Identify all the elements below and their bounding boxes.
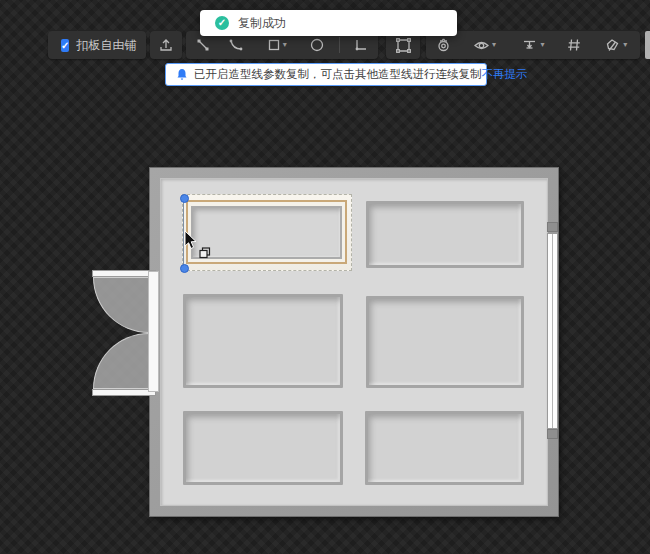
free-tile-checkbox[interactable]: ✓ 扣板自由铺 (48, 31, 146, 59)
ceiling-panel-r2c2[interactable] (366, 296, 524, 388)
tile-mode-group: ✓ 扣板自由铺 (48, 31, 146, 59)
door-swing-upper[interactable] (93, 277, 149, 333)
ceiling-panel-r3c1[interactable] (183, 411, 343, 485)
window-right-wall[interactable] (547, 233, 558, 429)
grid-button[interactable] (559, 31, 589, 59)
toast-copy-success: ✓ 复制成功 (200, 10, 457, 36)
elevation-icon (521, 37, 538, 54)
checkbox-checked-icon[interactable]: ✓ (61, 39, 69, 52)
circle-tool-icon (309, 37, 325, 53)
visibility-button[interactable]: ▾ (463, 31, 507, 59)
ceiling-panel-r1c2[interactable] (366, 201, 524, 268)
molding-copy-notification: 已开启造型线参数复制，可点击其他造型线进行连续复制 不再提示 (165, 63, 487, 86)
upload-group (150, 31, 182, 59)
view-tools-group: ▾ ▾ ▾ (426, 31, 640, 59)
ceiling-panel-r1c1-selected[interactable] (191, 206, 342, 259)
notification-text: 已开启造型线参数复制，可点击其他造型线进行连续复制 (194, 67, 482, 82)
frame-select-icon (395, 37, 412, 54)
corner-tool-icon (353, 37, 369, 53)
toolbar-divider (339, 37, 340, 53)
dont-remind-link[interactable]: 不再提示 (482, 67, 528, 82)
door-swing-lower[interactable] (93, 333, 149, 389)
arc-tool-icon (228, 37, 244, 53)
chevron-down-icon: ▾ (492, 41, 496, 49)
upload-button[interactable] (150, 31, 182, 59)
chevron-down-icon: ▾ (623, 41, 627, 49)
cropped-panel-edge (645, 31, 650, 59)
chevron-down-icon: ▾ (283, 41, 287, 49)
line-tool-icon (195, 37, 211, 53)
window-cap-top (547, 222, 558, 232)
toast-message: 复制成功 (238, 15, 286, 32)
window-mullion (552, 234, 553, 428)
ceiling-panel-r3c2[interactable] (365, 411, 524, 485)
upload-icon (158, 37, 174, 53)
free-tile-label: 扣板自由铺 (76, 37, 149, 54)
window-cap-bottom (547, 429, 558, 439)
rect-tool-icon (267, 38, 281, 52)
elevation-button[interactable]: ▾ (511, 31, 555, 59)
door-opening (148, 271, 159, 392)
grid-icon (566, 37, 582, 53)
check-circle-icon: ✓ (215, 16, 229, 30)
copy-cursor-badge-icon (199, 245, 211, 263)
bell-icon (176, 68, 188, 81)
door-jamb-top (92, 270, 156, 277)
mouse-cursor-icon (184, 231, 200, 255)
chevron-down-icon: ▾ (540, 41, 544, 49)
vertex-handle-bottom[interactable] (180, 264, 189, 273)
vertex-handle-top[interactable] (180, 194, 189, 203)
material-icon (604, 37, 621, 54)
eye-icon (473, 37, 490, 54)
ceiling-panel-r2c1[interactable] (183, 294, 343, 388)
material-button[interactable]: ▾ (594, 31, 638, 59)
camera-icon (435, 37, 452, 54)
door-jamb-bottom (92, 389, 156, 396)
